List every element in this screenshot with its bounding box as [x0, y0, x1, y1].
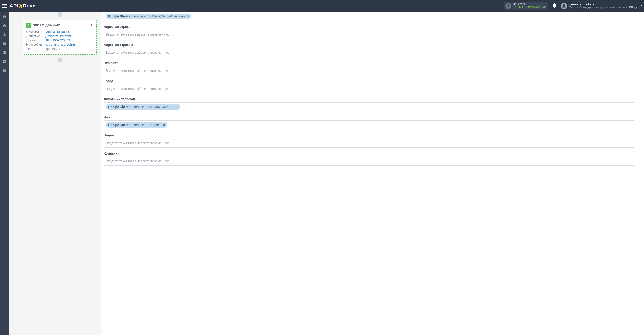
field-label: Имя — [104, 115, 635, 119]
mapping-input[interactable]: Введите текст или выберите переменную — [104, 157, 635, 166]
chevron-down-icon[interactable] — [640, 4, 643, 8]
add-step-above-button[interactable]: + — [58, 12, 62, 17]
avatar-icon — [561, 3, 567, 9]
tag-column: Колонка D: — [133, 105, 150, 109]
tag-source: Google Sheets — [108, 14, 130, 18]
nav-briefcase[interactable] — [0, 39, 9, 48]
placeholder-text: Введите текст или выберите переменную — [106, 51, 170, 54]
row-test-key: Тест — [26, 47, 45, 51]
field-label: Адресная строка 2 — [104, 43, 635, 47]
field-group: Google Sheets|Колонка C: «Elena@apix-dri… — [104, 12, 635, 21]
menu-toggle-button[interactable] — [0, 4, 9, 8]
row-access-value[interactable]: 38482907026062 — [45, 38, 70, 42]
info-icon: i — [506, 3, 511, 9]
nav-home[interactable] — [0, 12, 9, 21]
step-number-badge: 2 — [26, 23, 31, 28]
tag-remove-icon[interactable]: × — [176, 105, 178, 109]
svg-rect-1 — [2, 6, 7, 6]
row-system-key: Система — [26, 30, 45, 33]
mapping-form: Google Sheets|Колонка C: «Elena@apix-dri… — [102, 12, 644, 335]
logo-post: Drive — [23, 3, 35, 9]
nav-help[interactable] — [0, 66, 9, 75]
field-label: Индекс — [104, 134, 635, 137]
row-settings-link[interactable]: изменить настройки — [45, 43, 75, 46]
tag-column: Колонка C: — [133, 14, 150, 18]
tag-source: Google Sheets — [108, 123, 130, 127]
field-label: Веб-сайт — [104, 61, 635, 65]
placeholder-text: Введите текст или выберите переменную — [106, 69, 170, 72]
tag-value: «380670000001» — [150, 105, 174, 109]
field-group: ИмяGoogle Sheets|Колонка B: «Elena»× — [104, 115, 635, 129]
actions-of: из — [524, 6, 527, 9]
nav-card[interactable] — [0, 48, 9, 57]
placeholder-text: Введите текст или выберите переменную — [106, 87, 170, 90]
logo-pre: API — [10, 3, 18, 9]
field-label: Компания — [104, 152, 635, 155]
row-action-value[interactable]: Добавить контакт — [45, 34, 71, 38]
mapping-input[interactable]: Введите текст или выберите переменную — [104, 84, 635, 93]
variable-tag[interactable]: Google Sheets|Колонка D: «380670000001»× — [106, 104, 180, 110]
step-card-receiver: 2 ПРИЕМ ДАННЫХ СистемаVerticalResponse Д… — [23, 20, 97, 54]
tag-remove-icon[interactable]: × — [163, 123, 165, 127]
nav-connections[interactable] — [0, 21, 9, 30]
add-step-below-button[interactable]: + — [58, 58, 62, 62]
tag-column: Колонка B: — [133, 123, 150, 127]
field-label: Адресная строка — [104, 25, 635, 28]
notifications-button[interactable] — [552, 3, 556, 8]
field-label: Домашний телефон — [104, 97, 635, 101]
field-group: Веб-сайтВведите текст или выберите перем… — [104, 61, 635, 75]
placeholder-text: Введите текст или выберите переменную — [106, 32, 170, 36]
field-group: КомпанияВведите текст или выберите перем… — [104, 152, 635, 166]
row-access-key: Доступ — [26, 38, 45, 42]
row-action-key: Действие — [26, 34, 45, 38]
side-nav — [0, 12, 9, 335]
row-settings-key: Настройки — [26, 43, 45, 46]
row-test-value[interactable]: проверить — [45, 47, 61, 51]
user-menu[interactable]: demo_apix-drive Тариф |Стандарт| (new) д… — [561, 2, 637, 9]
actions-label: Действия: — [513, 2, 546, 6]
nav-billing[interactable] — [0, 30, 9, 39]
tag-value: «Elena» — [150, 123, 162, 127]
field-group: Домашний телефонGoogle Sheets|Колонка D:… — [104, 97, 635, 111]
variable-tag[interactable]: Google Sheets|Колонка C: «Elena@apix-dri… — [106, 13, 191, 19]
delete-step-button[interactable] — [90, 23, 93, 28]
field-group: Адресная строкаВведите текст или выберит… — [104, 25, 635, 39]
svg-rect-0 — [2, 4, 7, 4]
user-name: demo_apix-drive — [569, 2, 637, 6]
user-tariff: Тариф |Стандарт| (new) до оплаты осталос… — [569, 6, 637, 9]
step-title: ПРИЕМ ДАННЫХ — [32, 23, 60, 27]
mapping-input[interactable]: Введите текст или выберите переменную — [104, 66, 635, 75]
field-label: Город — [104, 79, 635, 83]
mapping-input[interactable]: Введите текст или выберите переменную — [104, 30, 635, 39]
tag-value: «Elena@apix-drive.com» — [150, 14, 186, 18]
actions-paren: (14! — [541, 6, 546, 9]
nav-video[interactable] — [0, 57, 9, 66]
actions-limit: 1'000'000 — [528, 6, 540, 9]
field-group: ГородВведите текст или выберите переменн… — [104, 79, 635, 93]
logo-x: X — [18, 2, 23, 9]
field-group: Адресная строка 2Введите текст или выбер… — [104, 43, 635, 57]
top-bar: API X Drive i Действия: 142'449 из 1'000… — [0, 0, 644, 12]
mapping-input[interactable]: Google Sheets|Колонка C: «Elena@apix-dri… — [104, 12, 635, 21]
placeholder-text: Введите текст или выберите переменную — [106, 159, 170, 163]
logo[interactable]: API X Drive — [10, 2, 35, 9]
mapping-input[interactable]: Google Sheets|Колонка B: «Elena»× — [104, 120, 635, 129]
mapping-input[interactable]: Google Sheets|Колонка D: «380670000001»× — [104, 102, 635, 111]
tag-source: Google Sheets — [108, 105, 130, 109]
actions-used: 142'449 — [513, 6, 523, 9]
placeholder-text: Введите текст или выберите переменную — [106, 141, 170, 145]
actions-counter[interactable]: i Действия: 142'449 из 1'000'000 (14! — [504, 1, 548, 10]
mapping-input[interactable]: Введите текст или выберите переменную — [104, 48, 635, 57]
mapping-input[interactable]: Введите текст или выберите переменную — [104, 139, 635, 148]
tag-remove-icon[interactable]: × — [187, 14, 189, 18]
svg-rect-2 — [2, 7, 7, 8]
variable-tag[interactable]: Google Sheets|Колонка B: «Elena»× — [106, 122, 167, 128]
row-system-value[interactable]: VerticalResponse — [45, 30, 70, 33]
field-group: ИндексВведите текст или выберите перемен… — [104, 134, 635, 148]
